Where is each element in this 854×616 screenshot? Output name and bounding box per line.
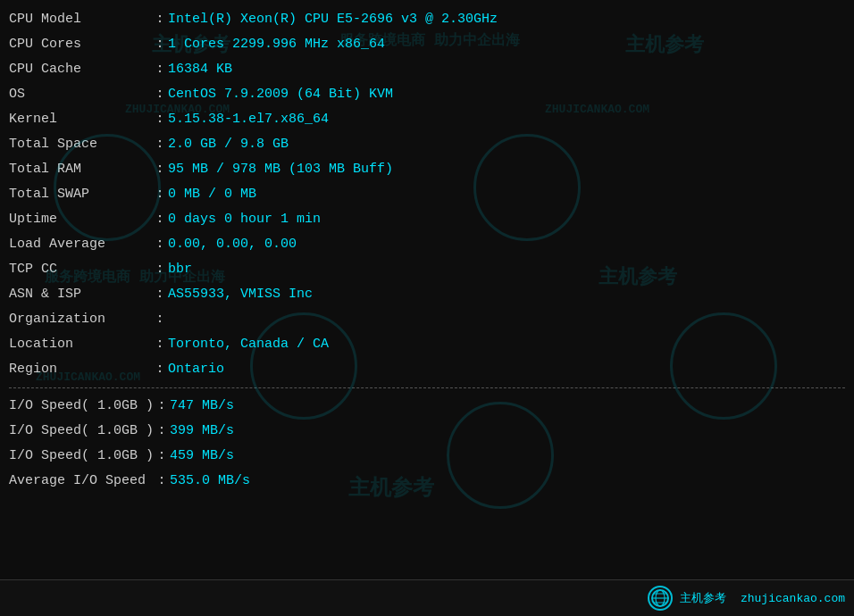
row-value: AS55933, VMISS Inc	[168, 282, 845, 307]
row-separator: :	[152, 132, 168, 157]
io-row: I/O Speed( 1.0GB ):747 MB/s	[9, 394, 845, 419]
row-value: 1 Cores 2299.996 MHz x86_64	[168, 32, 845, 57]
section-divider	[9, 387, 845, 388]
io-separator: :	[154, 469, 170, 494]
io-label: Average I/O Speed	[9, 469, 154, 494]
row-label: Total SWAP	[9, 182, 152, 207]
row-label: ASN & ISP	[9, 282, 152, 307]
io-row: I/O Speed( 1.0GB ):459 MB/s	[9, 444, 845, 469]
row-separator: :	[152, 357, 168, 382]
io-label: I/O Speed( 1.0GB )	[9, 444, 154, 469]
table-row: Kernel:5.15.38-1.el7.x86_64	[9, 107, 845, 132]
row-separator: :	[152, 207, 168, 232]
row-value: 0 MB / 0 MB	[168, 182, 845, 207]
terminal-window: 主机参考 服务跨境电商 助力中企出海 主机参考 ZHUJICANKAO.COM …	[0, 0, 854, 616]
row-label: Organization	[9, 307, 152, 332]
table-row: TCP CC:bbr	[9, 257, 845, 282]
row-label: TCP CC	[9, 257, 152, 282]
footer-icon	[648, 586, 673, 611]
row-value: 0.00, 0.00, 0.00	[168, 232, 845, 257]
row-label: Total RAM	[9, 157, 152, 182]
io-separator: :	[154, 419, 170, 444]
row-value: Toronto, Canada / CA	[168, 332, 845, 357]
row-separator: :	[152, 182, 168, 207]
io-row: I/O Speed( 1.0GB ):399 MB/s	[9, 419, 845, 444]
io-separator: :	[154, 444, 170, 469]
row-separator: :	[152, 57, 168, 82]
table-row: CPU Cache:16384 KB	[9, 57, 845, 82]
row-label: OS	[9, 82, 152, 107]
table-row: Load Average:0.00, 0.00, 0.00	[9, 232, 845, 257]
io-row: Average I/O Speed:535.0 MB/s	[9, 469, 845, 494]
footer-main-name: 主机参考	[680, 592, 726, 605]
row-label: CPU Model	[9, 7, 152, 32]
table-row: CPU Model:Intel(R) Xeon(R) CPU E5-2696 v…	[9, 7, 845, 32]
row-label: Kernel	[9, 107, 152, 132]
table-row: Organization:	[9, 307, 845, 332]
row-label: Total Space	[9, 132, 152, 157]
table-row: Total SWAP:0 MB / 0 MB	[9, 182, 845, 207]
row-separator: :	[152, 107, 168, 132]
io-label: I/O Speed( 1.0GB )	[9, 419, 154, 444]
footer-logo: 主机参考 zhujicankao.com	[648, 586, 845, 611]
row-separator: :	[152, 332, 168, 357]
table-row: ASN & ISP:AS55933, VMISS Inc	[9, 282, 845, 307]
io-table: I/O Speed( 1.0GB ):747 MB/sI/O Speed( 1.…	[9, 394, 845, 494]
row-value: 16384 KB	[168, 57, 845, 82]
footer-url: zhujicankao.com	[741, 592, 845, 605]
row-label: Location	[9, 332, 152, 357]
table-row: Total Space:2.0 GB / 9.8 GB	[9, 132, 845, 157]
system-info-table: CPU Model:Intel(R) Xeon(R) CPU E5-2696 v…	[9, 7, 845, 382]
row-value: bbr	[168, 257, 845, 282]
row-label: CPU Cores	[9, 32, 152, 57]
row-value: Intel(R) Xeon(R) CPU E5-2696 v3 @ 2.30GH…	[168, 7, 845, 32]
table-row: CPU Cores:1 Cores 2299.996 MHz x86_64	[9, 32, 845, 57]
row-value: 0 days 0 hour 1 min	[168, 207, 845, 232]
row-separator: :	[152, 7, 168, 32]
row-separator: :	[152, 32, 168, 57]
io-separator: :	[154, 394, 170, 419]
footer-brand-text: 主机参考 zhujicankao.com	[680, 590, 845, 606]
io-value: 459 MB/s	[170, 444, 845, 469]
row-value: 95 MB / 978 MB (103 MB Buff)	[168, 157, 845, 182]
io-value: 535.0 MB/s	[170, 469, 845, 494]
table-row: Location:Toronto, Canada / CA	[9, 332, 845, 357]
row-value: 2.0 GB / 9.8 GB	[168, 132, 845, 157]
row-separator: :	[152, 82, 168, 107]
row-value: 5.15.38-1.el7.x86_64	[168, 107, 845, 132]
row-value: CentOS 7.9.2009 (64 Bit) KVM	[168, 82, 845, 107]
row-separator: :	[152, 157, 168, 182]
row-label: Region	[9, 357, 152, 382]
row-label: Load Average	[9, 232, 152, 257]
table-row: OS:CentOS 7.9.2009 (64 Bit) KVM	[9, 82, 845, 107]
row-value	[168, 307, 845, 332]
row-separator: :	[152, 307, 168, 332]
row-separator: :	[152, 232, 168, 257]
footer-bar: 主机参考 zhujicankao.com	[0, 579, 854, 616]
row-label: Uptime	[9, 207, 152, 232]
table-row: Total RAM:95 MB / 978 MB (103 MB Buff)	[9, 157, 845, 182]
io-label: I/O Speed( 1.0GB )	[9, 394, 154, 419]
table-row: Region:Ontario	[9, 357, 845, 382]
io-value: 747 MB/s	[170, 394, 845, 419]
row-value: Ontario	[168, 357, 845, 382]
row-separator: :	[152, 282, 168, 307]
row-separator: :	[152, 257, 168, 282]
table-row: Uptime:0 days 0 hour 1 min	[9, 207, 845, 232]
io-value: 399 MB/s	[170, 419, 845, 444]
row-label: CPU Cache	[9, 57, 152, 82]
io-section: I/O Speed( 1.0GB ):747 MB/sI/O Speed( 1.…	[9, 394, 845, 494]
